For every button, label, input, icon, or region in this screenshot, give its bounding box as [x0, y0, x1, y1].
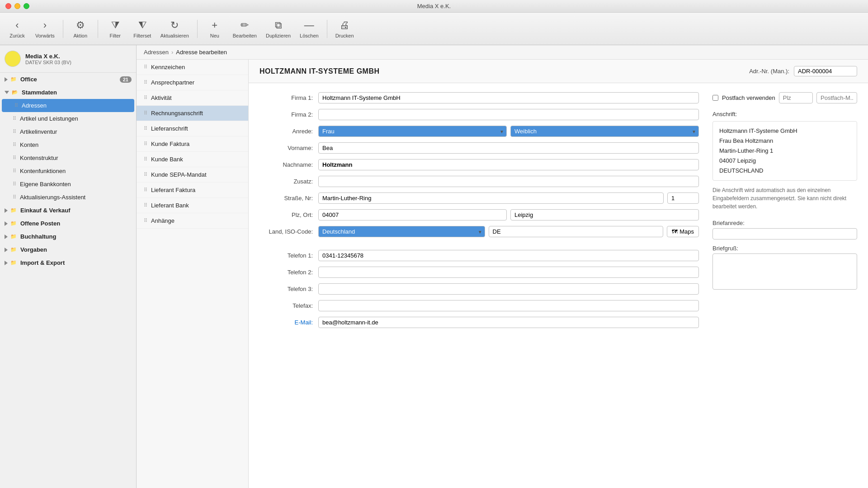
sidebar-item-kontenfunktionen[interactable]: ⠿ Kontenfunktionen [0, 164, 136, 178]
telefon3-input[interactable] [318, 283, 699, 295]
maximize-button[interactable] [24, 3, 29, 9]
left-nav-label: Ansprechpartner [151, 79, 194, 86]
filterset-button[interactable]: ⧨ Filterset [130, 15, 155, 42]
sidebar: Media X e.K. DATEV SKR 03 (BV) 📁 Office … [0, 45, 137, 488]
anrede-select-wrapper: Frau Herr Firma [318, 126, 507, 137]
plz-input[interactable] [318, 209, 507, 221]
telefon1-input[interactable] [318, 250, 699, 261]
sidebar-group-label: Import & Export [20, 259, 65, 266]
postfach-input[interactable] [816, 92, 857, 103]
forward-label: Vorwärts [35, 33, 55, 38]
firma1-input[interactable] [318, 92, 699, 103]
left-nav-label: Kunde SEPA-Mandat [151, 171, 207, 178]
postfach-checkbox[interactable] [712, 95, 718, 101]
email-label: E-Mail: [259, 319, 318, 326]
back-button[interactable]: ‹ Zurück [5, 15, 30, 42]
telefon1-row: Telefon 1: [259, 250, 699, 261]
briefanrede-input[interactable] [712, 228, 857, 239]
email-input[interactable] [318, 317, 699, 328]
folder-icon: 📁 [10, 221, 17, 226]
vorname-input[interactable] [318, 142, 699, 154]
forward-button[interactable]: › Vorwärts [32, 15, 58, 42]
sidebar-item-artikelinventur[interactable]: ⠿ Artikelinventur [0, 125, 136, 138]
loeschen-label: Löschen [300, 33, 319, 38]
sidebar-item-artikel-leistungen[interactable]: ⠿ Artikel und Leistungen [0, 112, 136, 125]
briefgruss-textarea[interactable] [712, 253, 857, 290]
minimize-button[interactable] [14, 3, 20, 9]
left-nav-item-aktivitaet[interactable]: ⠿ Aktivität [137, 90, 248, 106]
sidebar-item-aktualisierungs-assistent[interactable]: ⠿ Aktualisierungs-Assistent [0, 191, 136, 204]
chevron-right-icon [5, 221, 8, 226]
telefax-input[interactable] [318, 300, 699, 311]
telefon3-row: Telefon 3: [259, 283, 699, 295]
sidebar-group-vorgaben[interactable]: 📁 Vorgaben [0, 243, 136, 256]
sidebar-group-import-export[interactable]: 📁 Import & Export [0, 256, 136, 269]
land-select[interactable]: Deutschland Österreich Schweiz [318, 226, 485, 237]
telefon2-input[interactable] [318, 267, 699, 278]
anrede-select[interactable]: Frau Herr Firma [318, 126, 507, 137]
briefanrede-label: Briefanrede: [712, 220, 857, 226]
anschrift-line-1: Holtzmann IT-Systeme GmbH [719, 126, 850, 136]
sidebar-item-label: Kontenstruktur [20, 155, 58, 161]
firma2-input[interactable] [318, 109, 699, 120]
plz-label: Plz, Ort: [259, 211, 318, 218]
sidebar-group-stammdaten[interactable]: 📂 Stammdaten [0, 86, 136, 99]
aktualisieren-button[interactable]: ↻ Aktualisieren [157, 15, 193, 42]
sidebar-item-adressen[interactable]: ⠿ Adressen [2, 99, 134, 112]
adr-nr-input[interactable] [794, 66, 857, 76]
hausnr-input[interactable] [667, 192, 699, 204]
sidebar-item-eigene-bankkonten[interactable]: ⠿ Eigene Bankkonten [0, 178, 136, 191]
left-nav-item-rechnungsanschrift[interactable]: ⠿ Rechnungsanschrift [137, 106, 248, 121]
left-nav-item-lieferant-faktura[interactable]: ⠿ Lieferant Faktura [137, 183, 248, 198]
sidebar-group-einkauf-verkauf[interactable]: 📁 Einkauf & Verkauf [0, 204, 136, 217]
filter-button[interactable]: ⧩ Filter [103, 15, 128, 42]
sidebar-group-office[interactable]: 📁 Office 21 [0, 73, 136, 86]
close-button[interactable] [5, 3, 11, 9]
left-nav-item-lieferanschrift[interactable]: ⠿ Lieferanschrift [137, 121, 248, 136]
form-body: Firma 1: Firma 2: Anrede: [249, 83, 868, 343]
nachname-input[interactable] [318, 159, 699, 170]
zusatz-label: Zusatz: [259, 178, 318, 185]
breadcrumb-current: Adresse bearbeiten [176, 49, 227, 56]
left-nav-item-ansprechpartner[interactable]: ⠿ Ansprechpartner [137, 75, 248, 90]
sidebar-group-offene-posten[interactable]: 📁 Offene Posten [0, 217, 136, 230]
list-icon: ⠿ [13, 142, 16, 148]
left-nav-item-lieferant-bank[interactable]: ⠿ Lieferant Bank [137, 198, 248, 213]
strasse-input[interactable] [318, 192, 664, 204]
drucken-button[interactable]: 🖨 Drucken [332, 15, 358, 42]
geschlecht-select[interactable]: Weiblich Männlich Divers [510, 126, 699, 137]
list-icon: ⠿ [144, 95, 147, 101]
loeschen-button[interactable]: — Löschen [296, 15, 322, 42]
list-icon: ⠿ [144, 64, 147, 70]
firma2-row: Firma 2: [259, 109, 699, 120]
duplizieren-button[interactable]: ⧉ Duplizieren [262, 15, 294, 42]
left-nav-label: Kunde Faktura [151, 141, 189, 147]
left-nav-item-kunde-bank[interactable]: ⠿ Kunde Bank [137, 152, 248, 167]
sidebar-item-konten[interactable]: ⠿ Konten [0, 138, 136, 151]
maps-button[interactable]: 🗺 Maps [667, 226, 699, 237]
left-nav-item-anhaenge[interactable]: ⠿ Anhänge [137, 213, 248, 229]
left-nav-item-kennzeichen[interactable]: ⠿ Kennzeichen [137, 60, 248, 75]
breadcrumb-adressen[interactable]: Adressen [144, 49, 169, 56]
sidebar-item-kontenstruktur[interactable]: ⠿ Kontenstruktur [0, 151, 136, 164]
vorname-label: Vorname: [259, 145, 318, 151]
two-panel: ⠿ Kennzeichen ⠿ Ansprechpartner ⠿ Aktivi… [137, 60, 868, 488]
sidebar-group-buchhaltung[interactable]: 📁 Buchhaltung [0, 230, 136, 243]
zusatz-input[interactable] [318, 176, 699, 187]
neu-button[interactable]: + Neu [202, 15, 227, 42]
telefon2-label: Telefon 2: [259, 269, 318, 276]
anschrift-line-2: Frau Bea Holtzmann [719, 136, 850, 146]
pencil-icon: ✏ [241, 19, 249, 31]
ort-input[interactable] [510, 209, 699, 221]
bearbeiten-button[interactable]: ✏ Bearbeiten [229, 15, 260, 42]
left-nav-item-kunde-sepa-mandat[interactable]: ⠿ Kunde SEPA-Mandat [137, 167, 248, 183]
list-icon: ⠿ [13, 129, 16, 135]
nachname-row: Nachname: [259, 159, 699, 170]
sidebar-stammdaten-label: Stammdaten [22, 89, 57, 96]
aktion-button[interactable]: ⚙ Aktion [68, 15, 93, 42]
left-nav-item-kunde-faktura[interactable]: ⠿ Kunde Faktura [137, 136, 248, 152]
sidebar-item-label: Kontenfunktionen [20, 168, 66, 174]
iso-input[interactable] [489, 226, 664, 237]
land-select-wrapper: Deutschland Österreich Schweiz [318, 226, 485, 237]
plz-postfach-input[interactable] [779, 92, 813, 103]
